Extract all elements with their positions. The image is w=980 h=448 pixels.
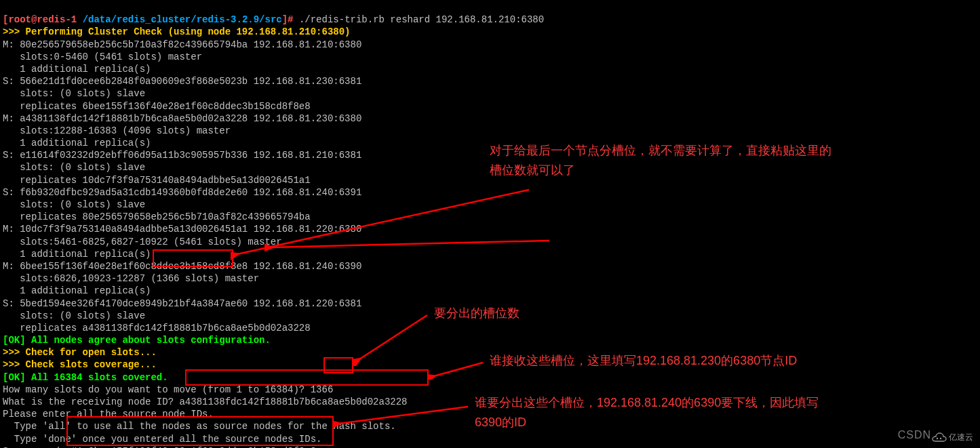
line-30: How many slots do you want to move (from…: [3, 384, 333, 395]
prompt-bracket-close: ]#: [282, 14, 294, 25]
cloud-icon: [930, 432, 947, 444]
line-10: 1 additional replica(s): [3, 138, 151, 148]
line-2: M: 80e256579658eb256c5b710a3f82c43966579…: [3, 39, 361, 50]
line-12: slots: (0 slots) slave: [3, 162, 145, 173]
line-6: slots: (0 slots) slave: [3, 88, 145, 99]
line-15: slots: (0 slots) slave: [3, 199, 145, 210]
line-23: S: 5bed1594ee326f4170dce8949b21bf4a3847a…: [3, 298, 361, 309]
line-14: S: f6b9320dfbc929ad5a31cdb149360b0fd8de2…: [3, 187, 361, 198]
annotation-1: 对于给最后一个节点分槽位，就不需要计算了，直接粘贴这里的 槽位数就可以了: [490, 141, 831, 180]
line-9: slots:12288-16383 (4096 slots) master: [3, 125, 231, 136]
line-3: slots:0-5460 (5461 slots) master: [3, 52, 202, 62]
line-7: replicates 6bee155f136f40e28e1f60c8ddec3…: [3, 101, 311, 112]
line-5: S: 566e21d1fd0cee6b2848f0a90609e3f868e50…: [3, 76, 361, 87]
line-28: >>> Check slots coverage...: [3, 359, 157, 370]
line-18: slots:5461-6825,6827-10922 (5461 slots) …: [3, 237, 282, 247]
prompt-path: /data/redis_cluster/redis-3.2.9/src: [83, 14, 282, 25]
svg-point-10: [937, 438, 938, 439]
line-17: M: 10dc7f3f9a753140a8494adbbe5a13d002645…: [3, 224, 361, 235]
yisu-logo: 亿速云: [930, 432, 973, 444]
line-25: replicates a4381138fdc142f18881b7b6ca8ae…: [3, 323, 311, 333]
line-21: slots:6826,10923-12287 (1366 slots) mast…: [3, 273, 259, 284]
line-32: Please enter all the source node IDs.: [3, 409, 214, 420]
line-26: [OK] All nodes agree about slots configu…: [3, 335, 271, 346]
line-22: 1 additional replica(s): [3, 285, 151, 296]
line-16: replicates 80e256579658eb256c5b710a3f82c…: [3, 211, 311, 222]
line-4: 1 additional replica(s): [3, 64, 151, 75]
line-19: 1 additional replica(s): [3, 249, 151, 260]
line-31: What is the receiving node ID? a4381138f…: [3, 396, 408, 407]
annotation-2: 要分出的槽位数: [434, 304, 520, 323]
command-text: ./redis-trib.rb reshard 192.168.81.210:6…: [294, 14, 545, 25]
line-13: replicates 10dc7f3f9a753140a8494adbbe5a1…: [3, 175, 311, 186]
prompt-host: root@redis-1: [8, 14, 77, 25]
line-27: >>> Check for open slots...: [3, 347, 157, 358]
csdn-watermark: CSDN: [898, 428, 931, 443]
line-33: Type 'all' to use all the nodes as sourc…: [3, 421, 396, 432]
line-1: >>> Performing Cluster Check (using node…: [3, 26, 350, 37]
line-11: S: e11614f03232d92ebff06d95a11b3c905957b…: [3, 150, 361, 161]
line-8: M: a4381138fdc142f18881b7b6ca8ae5b0d02a3…: [3, 113, 361, 124]
svg-point-11: [940, 438, 941, 439]
annotation-3: 谁接收这些槽位，这里填写192.168.81.230的6380节点ID: [490, 351, 797, 371]
line-34: Type 'done' once you entered all the sou…: [3, 434, 321, 445]
line-24: slots: (0 slots) slave: [3, 310, 145, 321]
line-20: M: 6bee155f136f40e28e1f60c8ddec3b158cd8f…: [3, 261, 361, 272]
terminal-output[interactable]: [root@redis-1 /data/redis_cluster/redis-…: [0, 0, 980, 448]
annotation-4: 谁要分出这些个槽位，192.168.81.240的6390要下线，因此填写 63…: [475, 393, 819, 432]
line-29: [OK] All 16384 slots covered.: [3, 372, 168, 383]
